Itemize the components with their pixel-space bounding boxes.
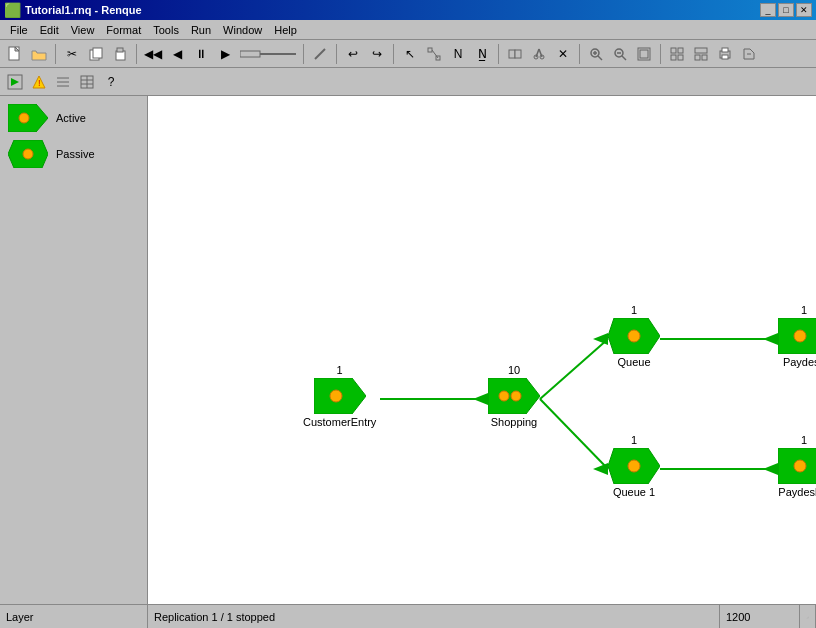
menu-tools[interactable]: Tools: [147, 22, 185, 38]
delete-button[interactable]: ✕: [552, 43, 574, 65]
menu-run[interactable]: Run: [185, 22, 217, 38]
legend-active-item: Active: [8, 104, 139, 132]
play-button[interactable]: ▶: [214, 43, 236, 65]
svg-rect-35: [722, 48, 728, 52]
svg-rect-7: [240, 51, 260, 57]
passive-label: Passive: [56, 148, 95, 160]
menu-file[interactable]: File: [4, 22, 34, 38]
svg-rect-12: [509, 50, 515, 58]
sim-button[interactable]: [4, 71, 26, 93]
redo-button[interactable]: ↪: [366, 43, 388, 65]
speed-slider[interactable]: [238, 43, 298, 65]
node-shopping[interactable]: 10 Shopping: [488, 364, 540, 428]
layout-button[interactable]: [690, 43, 712, 65]
status-layer: Layer: [0, 605, 148, 628]
help-button[interactable]: ?: [100, 71, 122, 93]
step-back-button[interactable]: ◀: [166, 43, 188, 65]
svg-marker-59: [593, 333, 608, 345]
paste-button[interactable]: [109, 43, 131, 65]
table-button[interactable]: [76, 71, 98, 93]
svg-line-19: [598, 56, 602, 60]
node-tool-n1[interactable]: N: [447, 43, 469, 65]
copy-tool[interactable]: [504, 43, 526, 65]
menu-window[interactable]: Window: [217, 22, 268, 38]
svg-rect-31: [695, 48, 707, 53]
status-bar: Layer Replication 1 / 1 stopped 1200: [0, 604, 816, 628]
pause-button[interactable]: ⏸: [190, 43, 212, 65]
zoom-out-button[interactable]: [609, 43, 631, 65]
svg-line-11: [432, 50, 438, 58]
svg-rect-27: [671, 48, 676, 53]
maximize-button[interactable]: □: [778, 3, 794, 17]
node-customer-entry[interactable]: 1 CustomerEntry: [303, 364, 376, 428]
cut-tool2[interactable]: [528, 43, 550, 65]
window-title: Tutorial1.rnq - Renque: [25, 4, 142, 16]
svg-rect-32: [695, 55, 700, 60]
toolbar2: ! ?: [0, 68, 816, 96]
title-controls[interactable]: _ □ ✕: [760, 3, 812, 17]
copy-button[interactable]: [85, 43, 107, 65]
canvas-area[interactable]: 1 CustomerEntry 10 Shopping 1 Que: [148, 96, 816, 604]
active-label: Active: [56, 112, 86, 124]
node-paydesk1[interactable]: 1 Paydesk 1: [778, 434, 816, 498]
svg-line-77: [808, 617, 809, 618]
node-queue[interactable]: 1 Queue: [608, 304, 660, 368]
connect-tool[interactable]: [423, 43, 445, 65]
svg-rect-33: [702, 55, 707, 60]
select-tool[interactable]: ↖: [399, 43, 421, 65]
passive-shape-icon: [8, 140, 48, 168]
export-button[interactable]: [738, 43, 760, 65]
svg-rect-29: [671, 55, 676, 60]
node-paydesk[interactable]: 1 Paydesk: [778, 304, 816, 368]
rewind-button[interactable]: ◀◀: [142, 43, 164, 65]
menu-format[interactable]: Format: [100, 22, 147, 38]
warning-button[interactable]: !: [28, 71, 50, 93]
menu-bar: File Edit View Format Tools Run Window H…: [0, 20, 816, 40]
app-icon: 🟩: [4, 2, 21, 18]
svg-point-71: [794, 330, 806, 342]
svg-marker-62: [763, 463, 778, 475]
svg-line-76: [807, 616, 809, 618]
list-button[interactable]: [52, 71, 74, 93]
legend-passive-item: Passive: [8, 140, 139, 168]
menu-help[interactable]: Help: [268, 22, 303, 38]
svg-point-52: [23, 149, 33, 159]
svg-marker-58: [473, 393, 488, 405]
undo-button[interactable]: ↩: [342, 43, 364, 65]
grid-button[interactable]: [666, 43, 688, 65]
main-area: Active Passive: [0, 96, 816, 604]
svg-marker-60: [763, 333, 778, 345]
svg-point-73: [628, 460, 640, 472]
svg-rect-3: [93, 48, 102, 58]
minimize-button[interactable]: _: [760, 3, 776, 17]
title-bar: 🟩 Tutorial1.rnq - Renque _ □ ✕: [0, 0, 816, 20]
svg-rect-30: [678, 55, 683, 60]
menu-view[interactable]: View: [65, 22, 101, 38]
svg-text:!: !: [38, 78, 41, 88]
paydesk1-shape: [778, 448, 816, 484]
svg-rect-26: [640, 50, 648, 58]
title-text: 🟩 Tutorial1.rnq - Renque: [4, 2, 142, 18]
svg-rect-28: [678, 48, 683, 53]
status-number: 1200: [720, 605, 800, 628]
line-tool[interactable]: [309, 43, 331, 65]
node-queue1[interactable]: 1 Queue 1: [608, 434, 660, 498]
new-button[interactable]: [4, 43, 26, 65]
svg-rect-5: [117, 48, 123, 52]
print-button[interactable]: [714, 43, 736, 65]
resize-grip[interactable]: [800, 605, 816, 628]
close-button[interactable]: ✕: [796, 3, 812, 17]
node-tool-n2[interactable]: N̲: [471, 43, 493, 65]
cut-button[interactable]: ✂: [61, 43, 83, 65]
svg-line-23: [622, 56, 626, 60]
svg-marker-39: [11, 78, 19, 86]
zoom-in-button[interactable]: [585, 43, 607, 65]
fit-button[interactable]: [633, 43, 655, 65]
svg-line-56: [540, 399, 608, 469]
open-button[interactable]: [28, 43, 50, 65]
menu-edit[interactable]: Edit: [34, 22, 65, 38]
active-shape-icon: [8, 104, 48, 132]
svg-point-66: [499, 391, 509, 401]
queue1-shape: [608, 448, 660, 484]
toolbar1: ✂ ◀◀ ◀ ⏸ ▶ ↩ ↪ ↖ N N̲ ✕: [0, 40, 816, 68]
